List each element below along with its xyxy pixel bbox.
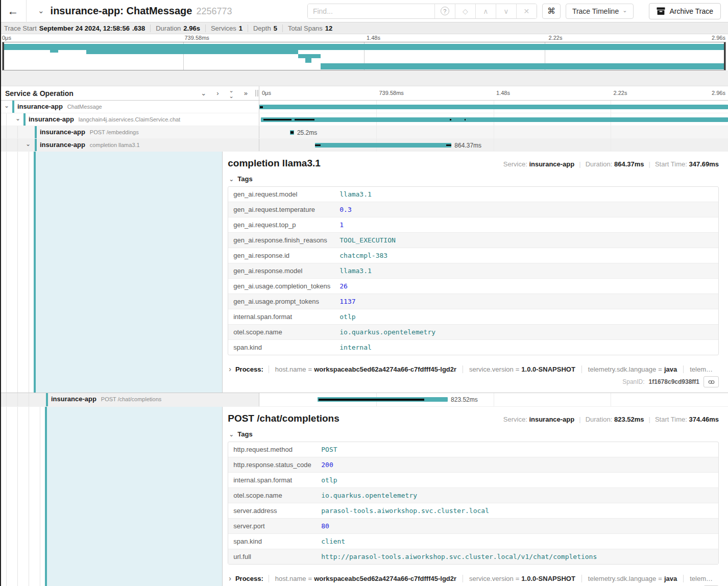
spacer (0, 70, 728, 86)
tag-row: url.full http://parasol-tools.aiworkshop… (228, 549, 718, 564)
tag-row: gen_ai.request.model llama3.1 (228, 187, 718, 202)
trace-total-spans: Total Spans12 (282, 25, 337, 32)
find-help[interactable]: ? (434, 4, 455, 18)
span-tree-cell-completion-llama[interactable]: ⌄ insurance-appcompletion llama3.1 (0, 139, 259, 151)
minimap-span-bar (321, 63, 724, 69)
minimap-span-bar (298, 54, 321, 58)
span-meta: Service: insurance-app|Duration: 864.37m… (503, 160, 719, 168)
clear-find-button[interactable]: ✕ (516, 4, 537, 18)
trace-timeline-dropdown[interactable]: Trace Timeline ⌄ (566, 4, 634, 19)
tag-key: gen_ai.request.top_p (233, 221, 339, 229)
tag-key: internal.span.format (233, 313, 339, 321)
tag-key: otel.scope.name (233, 492, 321, 499)
window-edge (0, 0, 1, 586)
service-accent (12, 101, 14, 113)
span-tree-cell-post-embeddings[interactable]: insurance-appPOST /embeddings (0, 126, 259, 138)
span-detail-panel: POST /chat/completions Service: insuranc… (223, 407, 728, 586)
tag-row: gen_ai.usage.prompt_tokens 1137 (228, 294, 718, 309)
span-bar[interactable]: 864.37ms (315, 143, 451, 148)
span-duration-label: 25.2ms (297, 129, 317, 136)
tag-key: gen_ai.usage.completion_tokens (233, 282, 339, 290)
chevron-down-icon[interactable]: ⌄ (15, 115, 20, 122)
chevron-down-icon[interactable]: ⌄ (4, 102, 9, 109)
tag-key: gen_ai.usage.prompt_tokens (233, 298, 339, 305)
span-meta: Service: insurance-app|Duration: 823.52m… (503, 416, 719, 423)
span-name: completion llama3.1 (228, 158, 321, 169)
copy-link-button[interactable] (703, 376, 719, 387)
span-bar[interactable] (261, 117, 728, 122)
expand-all-icon[interactable]: » (244, 90, 248, 96)
service-operation-header: Service & Operation ⌄ › ⌄⌄ » (0, 86, 259, 100)
span-row: ⌄ insurance-applangchain4j.aiservices.Cl… (0, 113, 728, 126)
tag-value: otlp (339, 313, 355, 321)
span-bar[interactable] (259, 105, 728, 109)
tag-key: http.request.method (233, 446, 321, 453)
tag-value: parasol-tools.aiworkshop.svc.cluster.loc… (321, 507, 489, 515)
tag-row: http.request.method POST (228, 442, 718, 457)
link-icon (708, 380, 715, 384)
tag-value: http://parasol-tools.aiworkshop.svc.clus… (321, 553, 597, 560)
tag-row: gen_ai.response.model llama3.1 (228, 263, 718, 279)
tag-value: 1137 (339, 298, 355, 305)
span-tree-cell-post-chat-completions[interactable]: insurance-appPOST /chat/completions (0, 393, 259, 406)
chevron-right-icon: › (229, 574, 231, 582)
collapse-header-icon[interactable]: ⌄ (38, 6, 44, 15)
span-tree-cell-claimservice-chat[interactable]: ⌄ insurance-applangchain4j.aiservices.Cl… (0, 113, 259, 126)
chevron-down-icon: ⌄ (229, 176, 234, 183)
chevron-down-icon[interactable]: ⌄ (26, 140, 31, 148)
tags-accordion[interactable]: ⌄Tags (229, 175, 719, 183)
span-timeline-cell: 25.2ms (259, 126, 728, 138)
archive-trace-button[interactable]: Archive Trace (649, 3, 721, 19)
service-accent (46, 393, 48, 406)
tag-key: url.full (233, 553, 321, 560)
topbar-actions: ? ◇ ∧ ∨ ✕ ⌘ Trace Timeline ⌄ Archive Tra… (307, 3, 728, 19)
topbar: ← ⌄ insurance-app: ChatMessage 2256773 ?… (0, 0, 728, 22)
collapse-one-icon[interactable]: ⌄ (201, 90, 206, 96)
span-bar[interactable]: 25.2ms (290, 130, 294, 135)
span-duration-label: 864.37ms (454, 142, 481, 149)
tag-value: otlp (321, 476, 337, 484)
find-input[interactable] (308, 4, 434, 18)
tag-row: server.address parasol-tools.aiworkshop.… (228, 503, 718, 519)
span-row: insurance-appPOST /chat/completions 823.… (0, 393, 728, 407)
process-accordion[interactable]: › Process: host.name=workspaceabc5ed62a4… (229, 574, 719, 582)
tag-value: 80 (321, 522, 329, 530)
span-row: insurance-appPOST /embeddings 25.2ms (0, 126, 728, 139)
collapse-all-icon[interactable]: ⌄⌄ (229, 88, 234, 99)
keyboard-shortcuts-button[interactable]: ⌘ (542, 4, 561, 19)
focus-match-button[interactable]: ◇ (455, 4, 475, 18)
next-match-button[interactable]: ∨ (496, 4, 516, 18)
minimap-right-handle[interactable] (724, 42, 725, 70)
tag-value: POST (321, 446, 337, 453)
back-button[interactable]: ← (0, 0, 27, 22)
service-accent (35, 126, 37, 138)
process-accordion[interactable]: › Process: host.name=workspaceabc5ed62a4… (229, 365, 719, 373)
tag-value: chatcmpl-383 (339, 252, 387, 259)
prev-match-button[interactable]: ∧ (475, 4, 496, 18)
archive-icon (657, 7, 665, 15)
span-tree-cell-chatmessage[interactable]: ⌄ insurance-appChatMessage (0, 101, 259, 113)
tag-row: internal.span.format otlp (228, 473, 718, 488)
span-id-row: SpanID:1f1678c9cd938ff1 (228, 376, 719, 387)
span-detail-indent (0, 152, 223, 393)
minimap[interactable] (2, 42, 726, 70)
find-control: ? ◇ ∧ ∨ ✕ (307, 4, 537, 19)
chevron-down-icon: ∨ (503, 7, 508, 15)
trace-duration: Duration2.96s (150, 25, 205, 32)
minimap-span-bar (86, 50, 298, 54)
expand-one-icon[interactable]: › (216, 90, 219, 96)
tags-accordion[interactable]: ⌄Tags (229, 430, 719, 438)
column-resize-grip[interactable] (255, 90, 258, 96)
tag-value: 0.3 (339, 206, 351, 213)
tag-key: server.port (233, 522, 321, 530)
tag-row: otel.scope.name io.quarkus.opentelemetry (228, 488, 718, 503)
span-bar[interactable]: 823.52ms (318, 397, 448, 402)
span-row: ⌄ insurance-appcompletion llama3.1 864.3… (0, 139, 728, 152)
service-accent (23, 113, 26, 126)
tag-key: span.kind (233, 344, 339, 351)
minimap-left-handle[interactable] (3, 42, 4, 70)
tag-value: io.quarkus.opentelemetry (321, 492, 417, 499)
span-detail-indent (0, 407, 223, 586)
tag-row: span.kind client (228, 534, 718, 549)
tag-row: server.port 80 (228, 519, 718, 534)
